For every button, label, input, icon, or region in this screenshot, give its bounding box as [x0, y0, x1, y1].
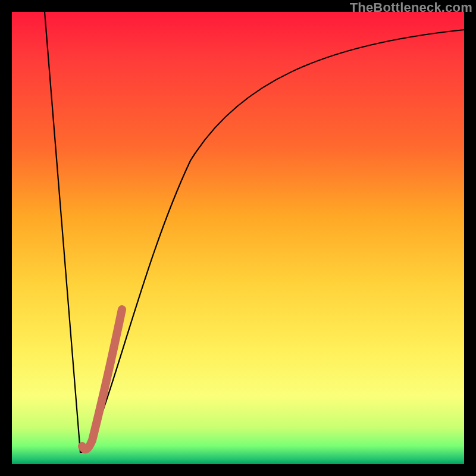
chart-frame: TheBottleneck.com	[0, 0, 476, 476]
chart-svg	[12, 12, 464, 464]
plot-area	[12, 12, 464, 464]
highlight-segment	[82, 309, 122, 449]
watermark-text: TheBottleneck.com	[350, 0, 472, 15]
